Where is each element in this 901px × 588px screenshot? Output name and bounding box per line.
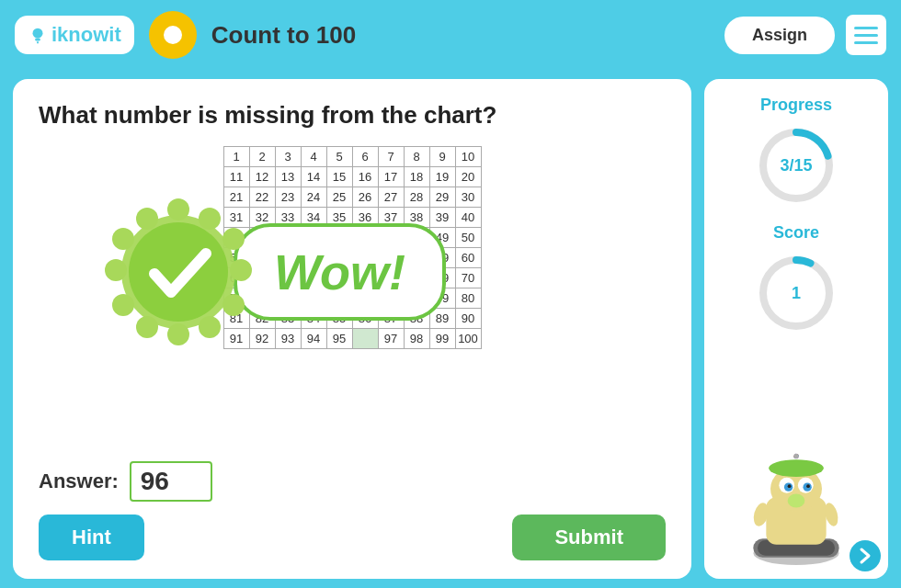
grid-cell: 7 — [378, 147, 404, 167]
grid-cell: 5 — [326, 147, 352, 167]
grid-cell: 90 — [455, 309, 481, 329]
progress-value: 3/15 — [780, 156, 812, 175]
progress-circle: 3/15 — [757, 126, 836, 205]
grid-cell: 2 — [249, 147, 275, 167]
grid-cell: 16 — [352, 167, 378, 187]
grid-cell: 10 — [455, 147, 481, 167]
score-circle: 1 — [757, 254, 836, 333]
grid-cell: 15 — [326, 167, 352, 187]
grid-cell: 80 — [455, 288, 481, 309]
scallop-icon — [105, 198, 252, 345]
wow-text: Wow! — [274, 244, 405, 300]
svg-point-9 — [199, 316, 221, 338]
feedback-area: Wow! — [105, 198, 446, 345]
robot-area — [736, 437, 856, 566]
svg-point-31 — [806, 484, 810, 488]
svg-point-7 — [230, 259, 252, 281]
score-label: Score — [773, 223, 819, 243]
logo: iknowit — [15, 16, 134, 54]
header: iknowit Count to 100 Assign — [0, 0, 901, 70]
right-panel: Progress 3/15 Score 1 — [704, 79, 888, 579]
activity-icon — [149, 11, 197, 59]
grid-cell: 40 — [455, 208, 481, 228]
grid-cell: 13 — [275, 167, 301, 187]
next-arrow[interactable] — [850, 540, 881, 571]
hamburger-line-1 — [854, 27, 878, 29]
grid-cell: 19 — [429, 167, 455, 187]
grid-cell: 11 — [223, 167, 249, 187]
svg-point-10 — [167, 323, 189, 345]
grid-cell: 12 — [249, 167, 275, 187]
svg-point-11 — [136, 316, 158, 338]
grid-cell: 100 — [455, 329, 481, 349]
grid-cell: 60 — [455, 248, 481, 268]
logo-text: iknowit — [51, 23, 121, 47]
svg-point-15 — [136, 208, 158, 230]
svg-point-6 — [222, 228, 245, 250]
answer-row: Answer: — [39, 461, 666, 502]
svg-point-4 — [167, 198, 189, 220]
grid-cell: 70 — [455, 268, 481, 288]
svg-point-12 — [112, 294, 134, 316]
svg-point-5 — [199, 208, 221, 230]
hamburger-line-3 — [854, 41, 878, 44]
svg-point-16 — [129, 222, 228, 322]
svg-point-14 — [112, 228, 134, 250]
answer-input[interactable] — [130, 461, 212, 502]
svg-point-13 — [105, 259, 127, 281]
grid-cell: 18 — [404, 167, 429, 187]
svg-point-32 — [788, 494, 805, 508]
svg-point-0 — [33, 28, 43, 39]
grid-cell: 1 — [223, 147, 249, 167]
robot-character — [736, 437, 856, 566]
grid-cell: 20 — [455, 167, 481, 187]
menu-button[interactable] — [846, 15, 886, 55]
grid-cell: 14 — [301, 167, 326, 187]
svg-point-8 — [222, 294, 245, 316]
grid-cell: 50 — [455, 228, 481, 248]
main-content: What number is missing from the chart? 1… — [0, 70, 901, 588]
activity-title: Count to 100 — [211, 21, 356, 50]
assign-button[interactable]: Assign — [724, 17, 835, 54]
grid-cell: 4 — [301, 147, 326, 167]
grid-cell: 9 — [429, 147, 455, 167]
grid-cell: 30 — [455, 187, 481, 208]
svg-point-30 — [788, 484, 792, 488]
correct-badge — [105, 198, 252, 345]
answer-label: Answer: — [39, 469, 119, 493]
bottom-row: Hint Submit — [39, 514, 666, 560]
hint-button[interactable]: Hint — [39, 514, 144, 560]
progress-label: Progress — [760, 96, 832, 115]
svg-rect-1 — [35, 39, 40, 41]
submit-button[interactable]: Submit — [512, 514, 666, 560]
logo-bulb-icon — [28, 25, 48, 45]
grid-cell: 6 — [352, 147, 378, 167]
svg-point-38 — [793, 454, 799, 459]
activity-icon-inner — [164, 26, 182, 44]
hamburger-line-2 — [854, 34, 878, 37]
left-panel: What number is missing from the chart? 1… — [13, 79, 691, 579]
arrow-right-icon — [855, 546, 875, 566]
question-text: What number is missing from the chart? — [39, 101, 666, 130]
grid-cell: 8 — [404, 147, 429, 167]
header-right: Assign — [724, 15, 886, 55]
grid-cell: 3 — [275, 147, 301, 167]
score-value: 1 — [792, 284, 801, 303]
svg-rect-34 — [775, 463, 818, 473]
wow-bubble: Wow! — [234, 223, 446, 321]
grid-cell: 17 — [378, 167, 404, 187]
